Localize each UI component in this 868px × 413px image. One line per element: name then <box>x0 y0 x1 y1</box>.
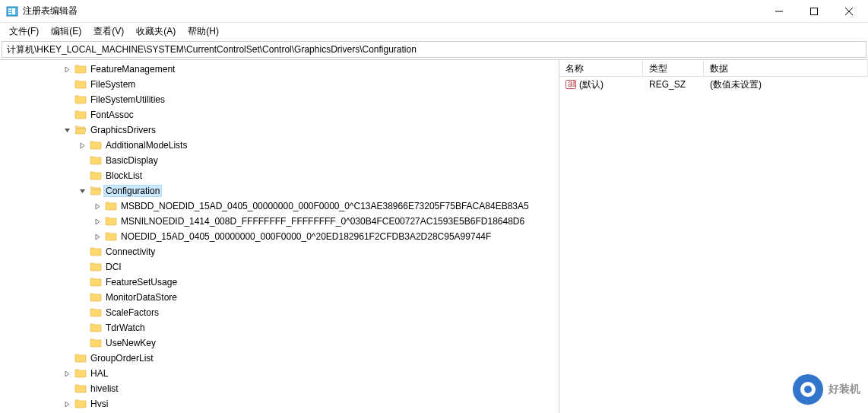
folder-icon <box>90 170 102 182</box>
svg-rect-4 <box>12 8 15 14</box>
tree-item[interactable]: BasicDisplay <box>0 153 559 168</box>
tree-item[interactable]: ScaleFactors <box>0 305 559 320</box>
menu-help[interactable]: 帮助(H) <box>182 24 225 40</box>
folder-icon <box>105 200 117 212</box>
tree-item-label: hivelist <box>88 383 121 395</box>
col-data[interactable]: 数据 <box>704 60 868 76</box>
tree-item-label: FeatureManagement <box>88 63 177 75</box>
svg-rect-6 <box>811 8 818 14</box>
maximize-button[interactable] <box>797 0 832 23</box>
tree-item-label: Connectivity <box>103 246 157 258</box>
tree-item[interactable]: Configuration <box>0 183 559 199</box>
tree-item-label: GroupOrderList <box>88 352 156 364</box>
expand-toggle-icon[interactable] <box>91 200 103 212</box>
regedit-icon <box>6 5 18 17</box>
value-type-cell: REG_SZ <box>643 78 704 91</box>
tree-item[interactable]: MonitorDataStore <box>0 290 559 305</box>
tree-item[interactable]: Hvsi <box>0 396 559 411</box>
menu-file[interactable]: 文件(F) <box>3 24 45 40</box>
tree-item[interactable]: TdrWatch <box>0 320 559 335</box>
tree-item-label: Configuration <box>103 185 162 197</box>
col-name[interactable]: 名称 <box>559 60 643 76</box>
tree-item[interactable]: GroupOrderList <box>0 351 559 366</box>
folder-icon <box>90 276 102 288</box>
folder-icon <box>90 291 102 303</box>
col-type[interactable]: 类型 <box>643 60 704 76</box>
tree-item[interactable]: UseNewKey <box>0 335 559 351</box>
folder-icon <box>74 109 87 121</box>
menu-view[interactable]: 查看(V) <box>87 24 130 40</box>
menubar: 文件(F) 编辑(E) 查看(V) 收藏夹(A) 帮助(H) <box>0 23 868 40</box>
expand-toggle-icon[interactable] <box>61 124 73 136</box>
tree-item[interactable]: GraphicsDrivers <box>0 122 559 138</box>
folder-icon <box>90 139 102 151</box>
svg-rect-1 <box>8 8 11 10</box>
tree-item-label: DCI <box>103 261 124 273</box>
folder-icon <box>74 398 87 410</box>
folder-icon <box>105 230 117 243</box>
folder-icon <box>74 78 87 91</box>
minimize-button[interactable] <box>762 0 797 23</box>
tree-item-label: AdditionalModeLists <box>103 139 189 151</box>
tree-item-label: HAL <box>88 367 110 380</box>
tree-item[interactable]: HAL <box>0 366 559 381</box>
folder-icon <box>74 94 87 106</box>
expand-toggle-icon[interactable] <box>61 367 73 380</box>
menu-edit[interactable]: 编辑(E) <box>45 24 87 40</box>
tree-item[interactable]: FeatureSetUsage <box>0 275 559 290</box>
tree-item[interactable]: AdditionalModeLists <box>0 138 559 153</box>
tree-item[interactable]: NOEDID_15AD_0405_00000000_000F0000_0^20E… <box>0 229 559 244</box>
tree-item[interactable]: FontAssoc <box>0 107 559 122</box>
folder-icon <box>90 154 102 167</box>
svg-text:ab: ab <box>568 79 576 89</box>
tree-item-label: GraphicsDrivers <box>88 124 158 136</box>
svg-point-13 <box>804 386 812 393</box>
tree-item-label: MSNILNOEDID_1414_008D_FFFFFFFF_FFFFFFFF_… <box>119 215 527 227</box>
watermark-icon <box>792 373 824 405</box>
tree-item-label: FeatureSetUsage <box>103 276 179 288</box>
tree-item-label: BlockList <box>103 170 144 182</box>
tree-pane[interactable]: FeatureManagementFileSystemFileSystemUti… <box>0 60 559 413</box>
tree-item-label: UseNewKey <box>103 337 158 349</box>
tree-item[interactable]: BlockList <box>0 168 559 183</box>
tree-item-label: NOEDID_15AD_0405_00000000_000F0000_0^20E… <box>119 230 493 243</box>
expand-toggle-icon[interactable] <box>61 63 73 75</box>
tree-item[interactable]: MSNILNOEDID_1414_008D_FFFFFFFF_FFFFFFFF_… <box>0 214 559 229</box>
titlebar: 注册表编辑器 <box>0 0 868 23</box>
tree-item[interactable]: FileSystemUtilities <box>0 92 559 107</box>
list-header: 名称 类型 数据 <box>559 60 868 77</box>
svg-rect-2 <box>8 11 11 12</box>
close-button[interactable] <box>832 0 866 23</box>
menu-favorites[interactable]: 收藏夹(A) <box>130 24 182 40</box>
folder-icon <box>74 352 87 364</box>
tree-item-label: BasicDisplay <box>103 154 160 167</box>
folder-icon <box>74 63 87 75</box>
tree-item[interactable]: hivelist <box>0 381 559 396</box>
tree-item[interactable]: FeatureManagement <box>0 62 559 77</box>
folder-icon <box>90 246 102 258</box>
folder-icon <box>74 383 87 395</box>
tree-item-label: TdrWatch <box>103 322 147 334</box>
watermark-text: 好装机 <box>828 383 860 396</box>
expand-toggle-icon[interactable] <box>76 139 88 151</box>
tree-item[interactable]: Connectivity <box>0 244 559 259</box>
expand-toggle-icon[interactable] <box>91 215 103 227</box>
value-data-cell: (数值未设置) <box>704 78 868 92</box>
expand-toggle-icon[interactable] <box>61 398 73 410</box>
folder-icon <box>90 261 102 273</box>
tree-item[interactable]: FileSystem <box>0 77 559 92</box>
folder-icon <box>90 337 102 349</box>
tree-item[interactable]: MSBDD_NOEDID_15AD_0405_00000000_000F0000… <box>0 199 559 214</box>
expand-toggle-icon[interactable] <box>76 185 88 197</box>
string-value-icon: ab <box>565 79 576 90</box>
folder-icon <box>74 367 87 380</box>
address-path: 计算机\HKEY_LOCAL_MACHINE\SYSTEM\CurrentCon… <box>7 43 417 56</box>
list-pane: 名称 类型 数据 ab(默认)REG_SZ(数值未设置) <box>559 60 868 413</box>
addressbar[interactable]: 计算机\HKEY_LOCAL_MACHINE\SYSTEM\CurrentCon… <box>2 41 866 58</box>
list-row[interactable]: ab(默认)REG_SZ(数值未设置) <box>559 77 868 92</box>
list-body[interactable]: ab(默认)REG_SZ(数值未设置) <box>559 77 868 413</box>
expand-toggle-icon[interactable] <box>91 230 103 243</box>
tree-item-label: ScaleFactors <box>103 307 161 319</box>
tree-item[interactable]: DCI <box>0 259 559 275</box>
window-controls <box>762 0 866 23</box>
